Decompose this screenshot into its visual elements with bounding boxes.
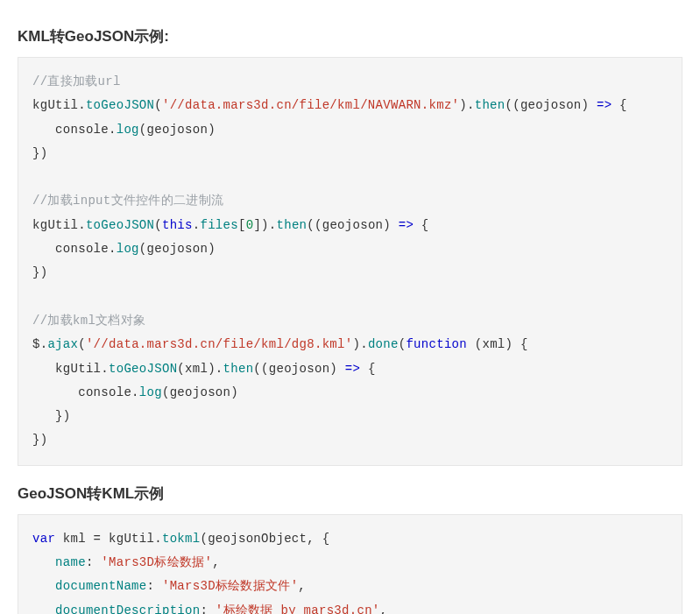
code-text [32, 579, 55, 593]
code-func: log [139, 385, 162, 399]
code-keyword: function [406, 337, 467, 351]
code-text: (xml) { [467, 337, 528, 351]
code-text: { [612, 98, 626, 112]
code-text: kgUtil. [32, 362, 109, 376]
code-func: then [223, 362, 254, 376]
code-string: '//data.mars3d.cn/file/kml/dg8.kml' [86, 337, 353, 351]
code-text: ((geojoson) [506, 98, 597, 112]
code-string: '//data.mars3d.cn/file/kml/NAVWARN.kmz' [162, 98, 459, 112]
code-text: }) [32, 433, 47, 447]
code-text: (geojoson) [139, 242, 216, 256]
code-text: ]). [253, 218, 276, 232]
code-text: console. [32, 242, 117, 256]
code-string: '标绘数据 by mars3d.cn' [216, 603, 380, 614]
code-keyword: var [32, 532, 55, 546]
code-text: ((geojoson) [253, 362, 344, 376]
code-func: log [117, 123, 139, 137]
code-prop: files [200, 218, 238, 232]
code-text [32, 603, 55, 614]
code-text: }) [32, 409, 71, 423]
code-keyword: => [345, 362, 360, 376]
code-string: 'Mars3D标绘数据' [101, 555, 212, 569]
heading-1: KML转GeoJSON示例: [18, 26, 682, 46]
code-func: toGeoJSON [109, 362, 177, 376]
code-func: done [368, 337, 399, 351]
code-text: $. [32, 337, 47, 351]
code-text: }) [32, 146, 47, 160]
code-prop: documentDescription [55, 603, 200, 614]
code-text: (geojsonObject, { [200, 532, 329, 546]
code-text: kgUtil. [32, 98, 86, 112]
code-text: , [212, 555, 220, 569]
code-prop: documentName [55, 579, 146, 593]
heading-2: GeoJSON转KML示例 [18, 483, 682, 504]
code-text: , [298, 579, 306, 593]
code-comment: //加载input文件控件的二进制流 [32, 194, 223, 208]
code-func: then [276, 218, 307, 232]
code-prop: name [55, 555, 86, 569]
code-text: : [200, 603, 215, 614]
section-2: GeoJSON转KML示例 var kml = kgUtil.tokml(geo… [18, 483, 682, 614]
code-text: console. [32, 385, 139, 399]
code-func: ajax [47, 337, 78, 351]
code-text: ((geojoson) [307, 218, 398, 232]
code-text: console. [32, 123, 117, 137]
code-text: ( [78, 337, 86, 351]
code-comment: //直接加载url [32, 74, 121, 88]
code-text: { [360, 362, 375, 376]
code-func: log [117, 242, 139, 256]
code-text: ( [154, 98, 162, 112]
code-text: kgUtil. [32, 218, 86, 232]
code-text: }) [32, 265, 47, 279]
code-text: : [147, 579, 162, 593]
code-text: : [86, 555, 101, 569]
code-text [32, 555, 55, 569]
code-func: toGeoJSON [86, 218, 154, 232]
code-string: 'Mars3D标绘数据文件' [162, 579, 298, 593]
code-text: kml = kgUtil. [55, 532, 162, 546]
code-text: (xml). [177, 362, 223, 376]
code-keyword: this [162, 218, 193, 232]
code-block-1: //直接加载url kgUtil.toGeoJSON('//data.mars3… [18, 57, 682, 466]
code-text: (geojoson) [162, 385, 238, 399]
code-text: [ [238, 218, 246, 232]
code-text: (geojoson) [139, 123, 216, 137]
code-text: ). [459, 98, 474, 112]
code-func: tokml [162, 532, 201, 546]
section-1: KML转GeoJSON示例: //直接加载url kgUtil.toGeoJSO… [18, 26, 682, 466]
code-text: { [414, 218, 428, 232]
code-keyword: => [597, 98, 612, 112]
code-text: , [380, 603, 388, 614]
code-text: ( [154, 218, 162, 232]
code-block-2: var kml = kgUtil.tokml(geojsonObject, { … [18, 514, 682, 614]
code-comment: //加载kml文档对象 [32, 314, 145, 328]
code-text: ). [352, 337, 367, 351]
code-func: toGeoJSON [86, 98, 154, 112]
code-keyword: => [399, 218, 414, 232]
code-func: then [475, 98, 506, 112]
